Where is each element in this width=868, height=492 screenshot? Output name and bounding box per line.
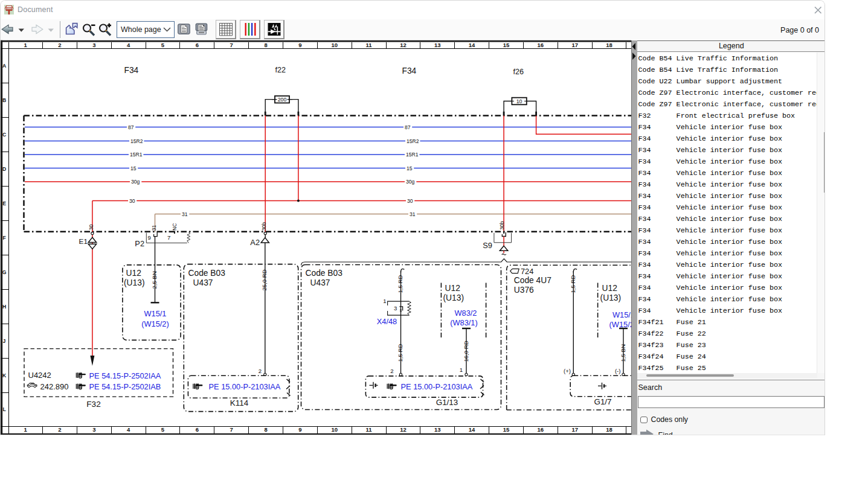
splitter-expand-icon[interactable]: [632, 53, 636, 60]
legend-row[interactable]: F34f24 Fuse 24: [638, 351, 817, 363]
page-setup-icon[interactable]: [195, 23, 208, 36]
e1-label: E1: [79, 237, 88, 246]
legend-row[interactable]: F34 Vehicle interior fuse box: [638, 156, 817, 168]
legend-header: Legend: [637, 41, 826, 52]
ruler-number: 4: [127, 42, 130, 48]
f32-pe1-link[interactable]: PE 54.15-P-2502IAA: [89, 371, 161, 380]
legend-row[interactable]: F34 Vehicle interior fuse box: [638, 168, 817, 179]
find-next-button[interactable]: Find next: [639, 429, 656, 435]
w15-2-label: (W15/2): [141, 319, 169, 328]
wiring-diagram[interactable]: 123456789101112131415161718 123456789101…: [1, 40, 631, 435]
legend-row[interactable]: F34f21 Fuse 21: [638, 317, 817, 328]
legend-row[interactable]: Code B54 Live Traffic Information: [638, 65, 817, 76]
legend-row[interactable]: F32 Front electrical prefuse box: [638, 110, 817, 122]
legend-vscrollbar[interactable]: [817, 53, 826, 373]
legend-row[interactable]: Code B54 Live Traffic Information: [638, 53, 817, 65]
wire-15rd-label2: 1,5 RD: [397, 344, 403, 362]
wire-15bn-label: 1,5 BN: [620, 344, 626, 362]
back-dropdown-icon[interactable]: [19, 29, 25, 32]
component-p2: 31 9 7 NC P2: [135, 214, 190, 303]
legend-row[interactable]: F34 Vehicle interior fuse box: [638, 179, 817, 191]
bus-label: 31: [410, 211, 416, 217]
legend-panel: Legend Code B54 Live Traffic Information…: [637, 40, 826, 435]
legend-row[interactable]: F34 Vehicle interior fuse box: [638, 305, 817, 317]
u437-label2: U437: [310, 278, 330, 287]
splitter-collapse-icon[interactable]: [632, 43, 636, 50]
ruler-number: 2: [58, 42, 61, 48]
fuse-f22-value: 200: [278, 97, 287, 103]
forward-button[interactable]: [31, 24, 56, 36]
k114-label: K114: [230, 398, 249, 407]
ruler-number: 11: [366, 426, 373, 433]
legend-row[interactable]: F34 Vehicle interior fuse box: [638, 122, 817, 133]
invert-colors-toggle-button[interactable]: [264, 20, 285, 39]
legend-list[interactable]: Code B54 Live Traffic InformationCode B5…: [637, 53, 817, 373]
codes-only-checkbox[interactable]: [640, 417, 648, 424]
label-f26: f26: [513, 68, 524, 76]
row-letter: G: [2, 269, 7, 275]
app-window: Document: [0, 0, 825, 435]
forward-dropdown-icon[interactable]: [48, 29, 54, 32]
legend-row[interactable]: Code U22 Lumbar support adjustment: [638, 76, 817, 88]
close-icon[interactable]: [811, 4, 825, 17]
title-bar: Document: [1, 1, 825, 19]
search-input[interactable]: [638, 396, 825, 408]
doc-bottom-border: [1, 433, 631, 435]
ruler-number: 15: [503, 426, 510, 433]
legend-hscrollbar[interactable]: [637, 373, 817, 378]
w83-1-label: (W83/1): [450, 318, 478, 327]
legend-vscroll-thumb[interactable]: [824, 132, 826, 193]
page-status: Page 0 of 0: [780, 26, 819, 34]
legend-row[interactable]: F34 Vehicle interior fuse box: [638, 237, 817, 248]
code-b03-label: Code B03: [188, 269, 226, 278]
legend-row[interactable]: F34 Vehicle interior fuse box: [638, 260, 817, 271]
legend-row[interactable]: F34 Vehicle interior fuse box: [638, 294, 817, 305]
row-letter: J: [3, 338, 6, 344]
u12-label: U12: [126, 269, 141, 278]
label-f22: f22: [275, 66, 286, 74]
wire-15rd-label3: 1,5 RD: [570, 275, 576, 293]
back-button[interactable]: [1, 24, 27, 36]
combo-chevron-icon: [163, 27, 171, 32]
legend-row[interactable]: F34 Vehicle interior fuse box: [638, 202, 817, 214]
legend-row[interactable]: F34 Vehicle interior fuse box: [638, 283, 817, 294]
u12-label2: U12: [445, 284, 460, 293]
zoom-out-icon[interactable]: [82, 23, 98, 37]
p2-label: P2: [135, 239, 144, 248]
g113-pe-link[interactable]: PE 15.00-P-2103IAA: [401, 382, 473, 391]
panel-splitter[interactable]: [631, 40, 637, 435]
bus-label: 87: [128, 124, 134, 130]
legend-row[interactable]: F34 Vehicle interior fuse box: [638, 214, 817, 225]
legend-row[interactable]: F34f22 Fuse 22: [638, 328, 817, 340]
legend-row[interactable]: F34 Vehicle interior fuse box: [638, 248, 817, 260]
legend-row[interactable]: F34 Vehicle interior fuse box: [638, 145, 817, 156]
ruler-number: 18: [606, 426, 612, 433]
legend-row[interactable]: F34 Vehicle interior fuse box: [638, 191, 817, 202]
a2-label: A2: [250, 238, 260, 247]
legend-row[interactable]: Code Z97 Electronic interface, customer …: [638, 88, 817, 99]
zoom-in-icon[interactable]: [98, 23, 114, 37]
code-4u7-label: Code 4U7: [514, 276, 551, 285]
legend-hscroll-thumb[interactable]: [646, 374, 734, 377]
color-bars-icon: [240, 21, 260, 38]
legend-row[interactable]: F34f23 Fuse 23: [638, 340, 817, 351]
wire-15rd-label: 1,5 RD: [397, 275, 403, 293]
ruler-number: 13: [434, 42, 441, 48]
color-bars-toggle-button[interactable]: [240, 20, 260, 39]
legend-row[interactable]: F34f25 Fuse 25: [638, 363, 817, 373]
w15-2-label2: (W15/2): [609, 320, 631, 329]
f32-pe2-link[interactable]: PE 54.15-P-2502IAB: [89, 382, 161, 391]
zoom-level-value: Whole page: [121, 25, 161, 34]
bus-labels: 8715R215R11530g30318715R215R11530g3031: [127, 124, 420, 217]
zoom-region-icon[interactable]: [65, 22, 80, 37]
grid-toggle-button[interactable]: [216, 20, 236, 39]
legend-row[interactable]: F34 Vehicle interior fuse box: [638, 271, 817, 283]
plus-label: (+): [564, 368, 571, 374]
legend-row[interactable]: F34 Vehicle interior fuse box: [638, 225, 817, 237]
zoom-level-select[interactable]: Whole page: [117, 21, 175, 38]
legend-row[interactable]: Code Z97 Electronic interface, customer …: [638, 99, 817, 110]
k114-pe-link[interactable]: PE 15.00-P-2103IAA: [209, 382, 281, 391]
legend-row[interactable]: F34 Vehicle interior fuse box: [638, 133, 817, 145]
single-page-icon[interactable]: [178, 23, 190, 35]
ruler-number: 17: [571, 426, 578, 433]
